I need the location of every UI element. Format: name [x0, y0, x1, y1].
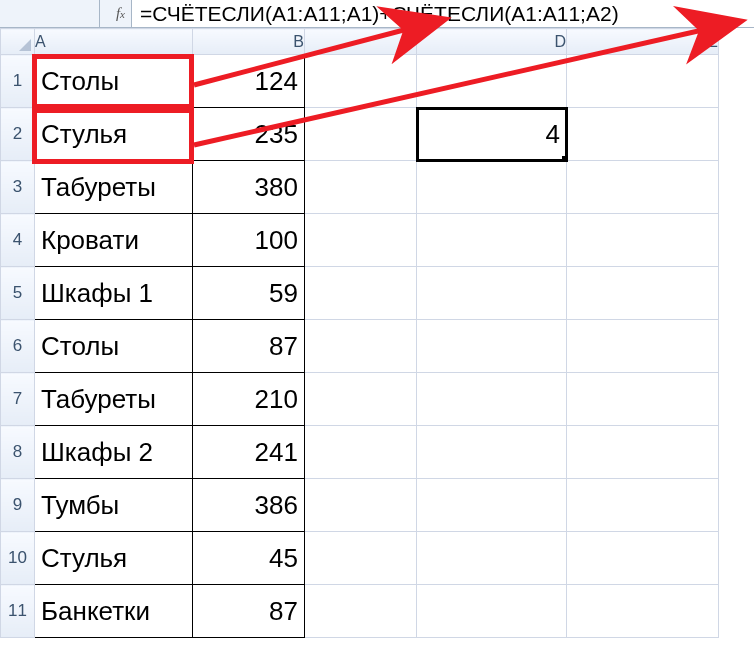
formula-bar: fx =СЧЁТЕСЛИ(A1:A11;A1)+СЧЁТЕСЛИ(A1:A11;…: [0, 0, 754, 28]
cell-C4[interactable]: [305, 214, 417, 267]
col-header-D[interactable]: D: [417, 29, 567, 55]
col-header-A[interactable]: A: [35, 29, 193, 55]
cell-C5[interactable]: [305, 267, 417, 320]
cell-E2[interactable]: [567, 108, 719, 161]
row-header[interactable]: 3: [1, 161, 35, 214]
row-header[interactable]: 6: [1, 320, 35, 373]
col-header-C[interactable]: C: [305, 29, 417, 55]
formula-input[interactable]: =СЧЁТЕСЛИ(A1:A11;A1)+СЧЁТЕСЛИ(A1:A11;A2): [132, 0, 754, 27]
cell-A4[interactable]: Кровати: [35, 214, 193, 267]
cell-D6[interactable]: [417, 320, 567, 373]
cell-A8[interactable]: Шкафы 2: [35, 426, 193, 479]
cell-A3[interactable]: Табуреты: [35, 161, 193, 214]
cell-E11[interactable]: [567, 585, 719, 638]
fx-icon[interactable]: fx: [100, 0, 132, 27]
cell-B3[interactable]: 380: [193, 161, 305, 214]
cell-B6[interactable]: 87: [193, 320, 305, 373]
cell-A2[interactable]: Стулья: [35, 108, 193, 161]
cell-E3[interactable]: [567, 161, 719, 214]
row-header[interactable]: 11: [1, 585, 35, 638]
cell-D1[interactable]: [417, 55, 567, 108]
cell-D9[interactable]: [417, 479, 567, 532]
cell-B5[interactable]: 59: [193, 267, 305, 320]
cell-D2[interactable]: 4: [417, 108, 567, 161]
cell-D3[interactable]: [417, 161, 567, 214]
cell-B2[interactable]: 235: [193, 108, 305, 161]
cell-B1[interactable]: 124: [193, 55, 305, 108]
cell-A5[interactable]: Шкафы 1: [35, 267, 193, 320]
cell-A6[interactable]: Столы: [35, 320, 193, 373]
row-header[interactable]: 4: [1, 214, 35, 267]
cell-C8[interactable]: [305, 426, 417, 479]
spreadsheet-grid[interactable]: A B C D E 1 Столы 124 2 Стулья 235 4 3 Т…: [0, 28, 754, 638]
cell-A1[interactable]: Столы: [35, 55, 193, 108]
cell-E9[interactable]: [567, 479, 719, 532]
col-header-B[interactable]: B: [193, 29, 305, 55]
cell-C1[interactable]: [305, 55, 417, 108]
cell-E7[interactable]: [567, 373, 719, 426]
row-header[interactable]: 8: [1, 426, 35, 479]
select-all-corner[interactable]: [1, 29, 35, 55]
cell-B9[interactable]: 386: [193, 479, 305, 532]
cell-D11[interactable]: [417, 585, 567, 638]
row-header[interactable]: 1: [1, 55, 35, 108]
cell-D7[interactable]: [417, 373, 567, 426]
cell-C9[interactable]: [305, 479, 417, 532]
cell-E6[interactable]: [567, 320, 719, 373]
cell-D10[interactable]: [417, 532, 567, 585]
cell-B11[interactable]: 87: [193, 585, 305, 638]
cell-B10[interactable]: 45: [193, 532, 305, 585]
cell-E5[interactable]: [567, 267, 719, 320]
row-header[interactable]: 5: [1, 267, 35, 320]
cell-C3[interactable]: [305, 161, 417, 214]
cell-D8[interactable]: [417, 426, 567, 479]
cell-C11[interactable]: [305, 585, 417, 638]
cell-C6[interactable]: [305, 320, 417, 373]
fx-x: x: [120, 8, 125, 20]
cell-B4[interactable]: 100: [193, 214, 305, 267]
cell-A10[interactable]: Стулья: [35, 532, 193, 585]
cell-A11[interactable]: Банкетки: [35, 585, 193, 638]
cell-D4[interactable]: [417, 214, 567, 267]
cell-D5[interactable]: [417, 267, 567, 320]
cell-A7[interactable]: Табуреты: [35, 373, 193, 426]
cell-A9[interactable]: Тумбы: [35, 479, 193, 532]
row-header[interactable]: 7: [1, 373, 35, 426]
row-header[interactable]: 9: [1, 479, 35, 532]
cell-E10[interactable]: [567, 532, 719, 585]
cell-C7[interactable]: [305, 373, 417, 426]
cell-C2[interactable]: [305, 108, 417, 161]
cell-B8[interactable]: 241: [193, 426, 305, 479]
col-header-E[interactable]: E: [567, 29, 719, 55]
name-box[interactable]: [0, 0, 100, 27]
cell-E8[interactable]: [567, 426, 719, 479]
cell-E1[interactable]: [567, 55, 719, 108]
cell-E4[interactable]: [567, 214, 719, 267]
cell-C10[interactable]: [305, 532, 417, 585]
cell-B7[interactable]: 210: [193, 373, 305, 426]
row-header[interactable]: 2: [1, 108, 35, 161]
row-header[interactable]: 10: [1, 532, 35, 585]
